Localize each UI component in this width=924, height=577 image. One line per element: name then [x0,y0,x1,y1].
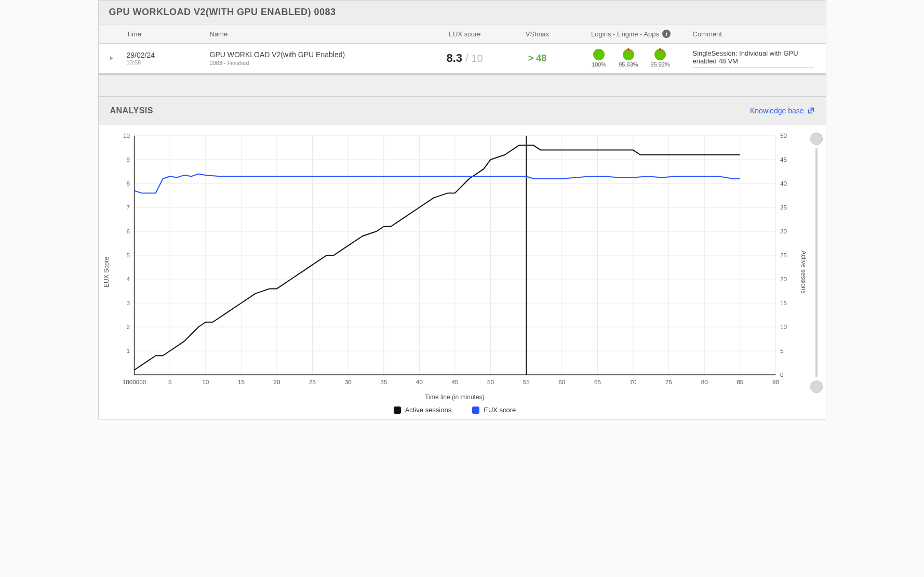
svg-text:5: 5 [168,379,171,385]
chart-area: EUX Score 123456789100510152025303540455… [99,125,826,419]
legend-eux[interactable]: EUX score [472,406,516,414]
workload-title: GPU WORKLOAD V2(WITH GPU ENABLED) 0083 [99,1,826,24]
svg-text:25: 25 [780,252,786,258]
header-comment: Comment [691,28,826,40]
header-vsimax: VSImax [504,28,571,40]
header-time: Time [125,28,208,40]
workload-summary-panel: GPU WORKLOAD V2(WITH GPU ENABLED) 0083 T… [99,1,826,75]
svg-text:90: 90 [772,379,779,385]
knowledge-base-link[interactable]: Knowledge base [750,107,814,115]
name-cell: GPU WORKLOAD V2(with GPU Enabled) 0083 -… [208,49,426,67]
time-cell: 29/02/24 13:58 [125,50,208,67]
svg-text:0: 0 [780,372,783,378]
svg-text:6: 6 [126,228,130,234]
svg-text:45: 45 [451,379,458,385]
status-logins: 100% [592,49,606,68]
svg-text:4: 4 [126,276,130,282]
analysis-panel: ANALYSIS Knowledge base EUX Score 123456… [99,96,826,419]
svg-text:1: 1 [126,348,130,354]
svg-text:70: 70 [630,379,636,385]
svg-text:60: 60 [558,379,565,385]
status-dot-icon [654,49,666,60]
svg-text:2: 2 [126,324,130,330]
svg-text:3: 3 [126,300,130,306]
vertical-range-slider[interactable] [809,130,824,414]
svg-text:75: 75 [665,379,672,385]
svg-text:25: 25 [309,379,316,385]
header-status: Logins - Engine - Apps i [571,28,691,40]
expand-row-button[interactable] [99,55,125,62]
svg-text:40: 40 [416,379,422,385]
header-name: Name [208,28,426,40]
header-eux: EUX score [426,28,504,40]
status-apps: 95.92% [651,49,670,68]
vsimax-cell: > 48 [504,52,571,65]
svg-text:10: 10 [780,324,786,330]
slider-handle-top[interactable] [810,133,823,145]
status-cell: 100% 95.83% 95.92% [571,48,691,69]
legend-swatch-eux [472,406,479,414]
status-dot-icon [623,49,634,60]
svg-text:9: 9 [126,156,130,163]
svg-text:10: 10 [123,133,130,139]
svg-text:55: 55 [523,379,529,385]
info-icon[interactable]: i [662,30,671,38]
slider-handle-bottom[interactable] [810,381,823,393]
svg-text:80: 80 [701,379,707,385]
analysis-chart[interactable]: 1234567891005101520253035404550180000051… [112,130,798,390]
x-axis-label: Time line (in minutes) [112,394,798,401]
slider-track[interactable] [815,148,818,377]
svg-text:15: 15 [237,379,244,385]
analysis-title: ANALYSIS [110,106,153,115]
svg-text:15: 15 [780,300,786,306]
legend-swatch-sessions [394,406,401,414]
svg-text:50: 50 [487,379,494,385]
svg-text:30: 30 [780,228,786,234]
svg-text:45: 45 [780,156,786,163]
y-axis-left-label: EUX Score [101,130,112,414]
summary-data-row: 29/02/24 13:58 GPU WORKLOAD V2(with GPU … [99,44,826,73]
status-dot-icon [593,49,605,60]
svg-text:35: 35 [380,379,387,385]
svg-text:20: 20 [780,276,786,282]
svg-text:20: 20 [273,379,280,385]
svg-text:35: 35 [780,204,786,211]
svg-text:5: 5 [126,252,130,258]
svg-text:50: 50 [780,133,786,139]
y-axis-right-label: Active sessions [798,130,809,414]
comment-cell[interactable]: SingleSession: Individual with GPU enabl… [691,48,826,69]
svg-text:1800000: 1800000 [122,379,146,385]
svg-text:40: 40 [780,180,786,187]
svg-text:8: 8 [126,180,130,187]
external-link-icon [807,107,814,114]
legend-sessions[interactable]: Active sessions [394,406,452,414]
svg-text:30: 30 [344,379,351,385]
svg-text:10: 10 [202,379,209,385]
eux-score-cell: 8.3 / 10 [426,50,504,66]
svg-text:85: 85 [736,379,743,385]
status-engine: 95.83% [619,49,638,68]
summary-header-row: Time Name EUX score VSImax Logins - Engi… [99,24,826,44]
svg-text:65: 65 [594,379,600,385]
svg-text:5: 5 [780,348,783,354]
svg-text:7: 7 [126,204,130,211]
chart-legend: Active sessions EUX score [112,406,798,414]
